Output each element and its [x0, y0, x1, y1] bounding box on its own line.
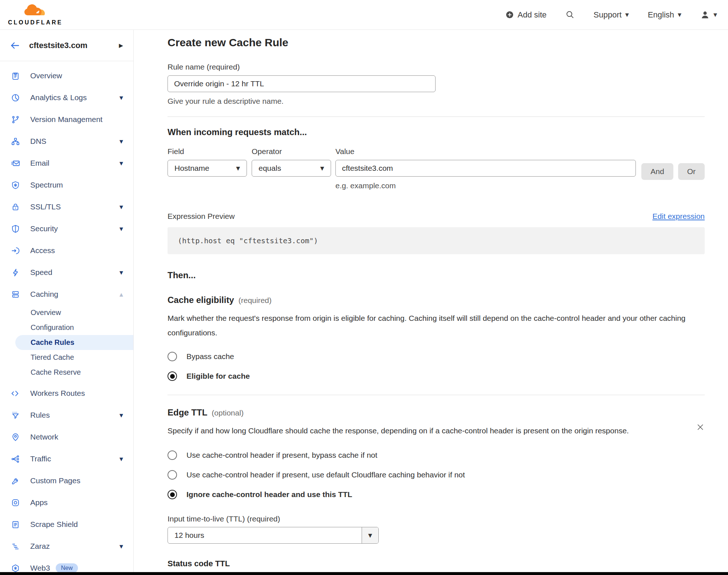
ttl-input-label: Input time-to-live (TTL) (required) — [168, 515, 705, 523]
optional-tag: (optional) — [212, 409, 244, 417]
sidebar-subitem-caching-overview[interactable]: Overview — [0, 305, 133, 320]
traffic-split-icon — [11, 454, 20, 464]
or-button[interactable]: Or — [678, 163, 705, 180]
ttl-select[interactable]: 12 hours ▼ — [168, 527, 379, 544]
sidebar-nav: Overview Analytics & Logs ▼ Version Mana… — [0, 61, 133, 572]
radio-circle — [168, 470, 177, 480]
and-or-buttons: And Or — [641, 147, 705, 180]
condition-row: Field Hostname ▼ Operator equals ▼ Value — [168, 147, 705, 190]
zaraz-icon — [11, 541, 20, 551]
sidebar-item-web3[interactable]: Web3 New — [0, 557, 133, 572]
divider — [168, 117, 705, 117]
select-arrow-button[interactable]: ▼ — [362, 527, 378, 543]
sidebar-item-apps[interactable]: Apps — [0, 492, 133, 513]
support-menu[interactable]: Support ▼ — [594, 10, 629, 20]
radio-ignore-header-use-ttl[interactable]: Ignore cache-control header and use this… — [168, 490, 705, 499]
sidebar-item-network[interactable]: Network — [0, 426, 133, 448]
sidebar-item-security[interactable]: Security ▼ — [0, 218, 133, 240]
sidebar-item-traffic[interactable]: Traffic ▼ — [0, 448, 133, 470]
caching-subnav: Overview Configuration Cache Rules Tiere… — [0, 305, 133, 380]
access-icon — [11, 246, 20, 255]
plus-circle-icon — [505, 11, 514, 19]
overview-icon — [11, 71, 20, 80]
sidebar-subitem-tiered-cache[interactable]: Tiered Cache — [0, 350, 133, 365]
page-title: Create new Cache Rule — [168, 36, 705, 49]
chevron-down-icon: ▼ — [119, 270, 123, 275]
required-tag: (required) — [239, 296, 272, 305]
chevron-down-icon: ▼ — [119, 226, 123, 232]
sidebar-item-spectrum[interactable]: Spectrum — [0, 174, 133, 196]
radio-bypass-cache[interactable]: Bypass cache — [168, 352, 705, 361]
wrench-icon — [11, 476, 20, 485]
sidebar-item-workers-routes[interactable]: Workers Routes — [0, 382, 133, 404]
account-menu[interactable]: ▼ — [700, 10, 717, 20]
sidebar-item-ssl-tls[interactable]: SSL/TLS ▼ — [0, 196, 133, 218]
rule-name-input[interactable] — [168, 75, 436, 92]
sidebar-item-custom-pages[interactable]: Custom Pages — [0, 470, 133, 492]
close-icon[interactable] — [696, 423, 705, 432]
edge-ttl-section: Edge TTL (optional) Specify if and how l… — [168, 407, 705, 572]
rule-name-hint: Give your rule a descriptive name. — [168, 97, 705, 106]
radio-eligible-for-cache[interactable]: Eligible for cache — [168, 371, 705, 381]
status-code-ttl-heading: Status code TTL — [168, 559, 705, 568]
add-site-button[interactable]: Add site — [505, 10, 547, 20]
top-bar-actions: Add site Support ▼ English ▼ ▼ — [505, 10, 717, 20]
site-name: cftestsite3.com — [29, 41, 87, 50]
dns-icon — [11, 137, 20, 146]
shield-icon — [11, 224, 20, 233]
top-bar: CLOUDFLARE Add site Support ▼ English ▼ — [0, 0, 728, 30]
operator-label: Operator — [252, 147, 331, 156]
sidebar-item-zaraz[interactable]: Zaraz ▼ — [0, 535, 133, 557]
user-icon — [700, 10, 710, 20]
and-button[interactable]: And — [641, 163, 673, 180]
value-input[interactable] — [335, 160, 636, 177]
sidebar-item-access[interactable]: Access — [0, 240, 133, 261]
cloudflare-dashboard: CLOUDFLARE Add site Support ▼ English ▼ — [0, 0, 728, 575]
value-label: Value — [335, 147, 636, 156]
sidebar-item-speed[interactable]: Speed ▼ — [0, 261, 133, 283]
language-menu[interactable]: English ▼ — [648, 10, 681, 20]
edge-ttl-title: Edge TTL — [168, 407, 207, 418]
expression-header: Expression Preview Edit expression — [168, 212, 705, 221]
cache-eligibility-header: Cache eligibility (required) — [168, 295, 705, 305]
radio-use-header-default[interactable]: Use cache-control header if present, use… — [168, 470, 705, 480]
sidebar-item-dns[interactable]: DNS ▼ — [0, 130, 133, 152]
code-brackets-icon — [11, 389, 20, 398]
sidebar-item-analytics-logs[interactable]: Analytics & Logs ▼ — [0, 87, 133, 109]
sidebar-item-overview[interactable]: Overview — [0, 65, 133, 87]
cache-eligibility-section: Cache eligibility (required) Mark whethe… — [168, 295, 705, 381]
sidebar-item-caching[interactable]: Caching ▲ — [0, 283, 133, 305]
chevron-down-icon: ▼ — [119, 204, 123, 210]
radio-circle-checked — [168, 371, 177, 381]
site-expand-icon[interactable]: ▶ — [119, 42, 123, 49]
cache-eligibility-description: Mark whether the request's response from… — [168, 311, 705, 340]
sidebar-subitem-cache-rules[interactable]: Cache Rules — [15, 335, 133, 350]
sidebar-item-version-management[interactable]: Version Management — [0, 109, 133, 130]
back-arrow-icon[interactable] — [9, 40, 20, 51]
sidebar: cftestsite3.com ▶ Overview Analytics & L… — [0, 30, 134, 572]
radio-circle-checked — [168, 490, 177, 499]
window-bottom-edge — [0, 572, 728, 575]
caching-icon — [11, 290, 20, 299]
web3-icon — [11, 563, 20, 572]
radio-circle — [168, 450, 177, 460]
sidebar-item-email[interactable]: Email ▼ — [0, 152, 133, 174]
location-pin-icon — [11, 432, 20, 442]
expression-code-box: (http.host eq "cftestsite3.com") — [168, 227, 705, 254]
sidebar-subitem-cache-reserve[interactable]: Cache Reserve — [0, 365, 133, 380]
radio-use-header-bypass[interactable]: Use cache-control header if present, byp… — [168, 450, 705, 460]
filter-icon — [11, 410, 20, 420]
search-button[interactable] — [566, 10, 575, 19]
spacer — [0, 380, 133, 382]
edge-ttl-header: Edge TTL (optional) — [168, 407, 705, 418]
chevron-down-icon: ▼ — [119, 456, 123, 462]
field-select[interactable]: Hostname ▼ — [168, 160, 247, 177]
operator-select[interactable]: equals ▼ — [252, 160, 331, 177]
edit-expression-link[interactable]: Edit expression — [652, 212, 705, 221]
sidebar-item-scrape-shield[interactable]: Scrape Shield — [0, 513, 133, 535]
cloudflare-logo[interactable]: CLOUDFLARE — [8, 4, 63, 26]
sidebar-item-rules[interactable]: Rules ▼ — [0, 404, 133, 426]
match-heading: When incoming requests match... — [168, 127, 705, 137]
sidebar-subitem-configuration[interactable]: Configuration — [0, 320, 133, 335]
chevron-down-icon: ▼ — [236, 166, 240, 171]
